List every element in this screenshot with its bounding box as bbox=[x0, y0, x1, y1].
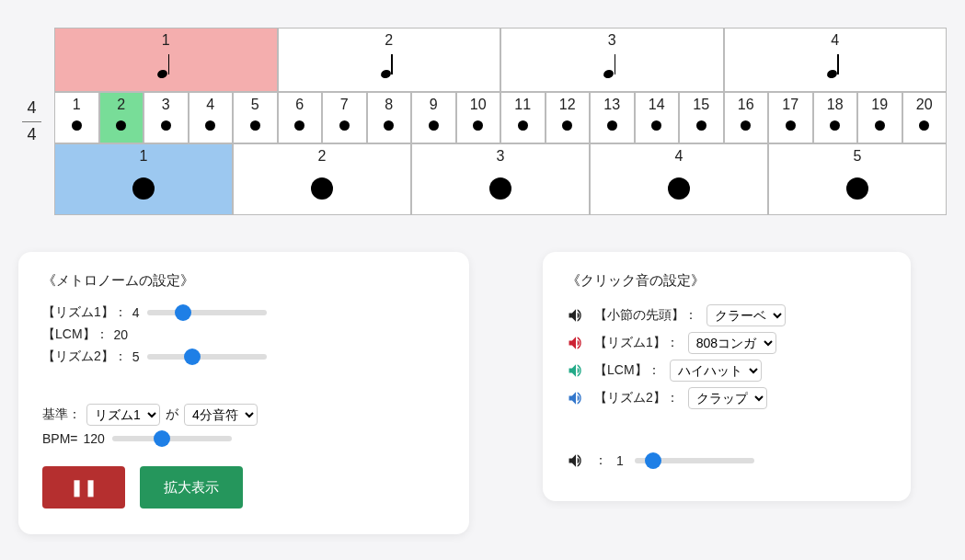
beat-cell[interactable]: 9 bbox=[411, 92, 456, 143]
beat-number: 19 bbox=[871, 97, 888, 113]
rhythm-grid: 4 4 1234 1234567891011121314151617181920… bbox=[18, 28, 947, 215]
beat-dot-icon bbox=[668, 177, 690, 200]
beat-cell[interactable]: 20 bbox=[902, 92, 948, 143]
beat-cell[interactable]: 1 bbox=[54, 92, 99, 143]
beat-cell[interactable]: 2 bbox=[233, 143, 411, 215]
beat-cell[interactable]: 13 bbox=[590, 92, 635, 143]
beat-number: 1 bbox=[73, 97, 81, 113]
beat-dot-icon bbox=[741, 120, 751, 131]
metronome-settings-panel: 《メトロノームの設定》 【リズム1】： 4 【LCM】： 20 【リズム2】： … bbox=[18, 252, 469, 534]
beat-number: 3 bbox=[162, 97, 170, 113]
beat-cell[interactable]: 5 bbox=[768, 143, 947, 215]
sound-select[interactable]: 808コンガ bbox=[688, 332, 776, 354]
beat-cell[interactable]: 6 bbox=[278, 92, 323, 143]
beat-cell[interactable]: 17 bbox=[768, 92, 813, 143]
beat-number: 9 bbox=[430, 97, 438, 113]
beat-cell[interactable]: 1 bbox=[54, 28, 278, 92]
sound-row: 【LCM】：ハイハット bbox=[567, 360, 887, 382]
beat-cell[interactable]: 5 bbox=[233, 92, 278, 143]
volume-slider[interactable] bbox=[635, 458, 754, 463]
beat-cell[interactable]: 4 bbox=[590, 143, 768, 215]
beat-cell[interactable]: 2 bbox=[99, 92, 144, 143]
sound-label: 【リズム1】： bbox=[594, 335, 679, 351]
sound-select[interactable]: ハイハット bbox=[670, 360, 762, 382]
beat-dot-icon bbox=[875, 120, 885, 131]
metronome-title: 《メトロノームの設定》 bbox=[42, 272, 445, 290]
beat-cell[interactable]: 18 bbox=[813, 92, 858, 143]
volume-value: 1 bbox=[616, 453, 624, 468]
rhythm1-label: 【リズム1】： bbox=[42, 304, 127, 321]
beat-number: 2 bbox=[385, 32, 393, 49]
sound-label: 【小節の先頭】： bbox=[594, 307, 697, 324]
beat-dot-icon bbox=[696, 120, 707, 131]
speaker-icon[interactable] bbox=[567, 361, 585, 380]
beat-cell[interactable]: 11 bbox=[500, 92, 546, 143]
beat-cell[interactable]: 4 bbox=[189, 92, 234, 143]
base-select[interactable]: リズム1 bbox=[86, 404, 160, 426]
speaker-icon[interactable] bbox=[567, 334, 585, 352]
beat-cell[interactable]: 3 bbox=[411, 143, 590, 215]
beat-dot-icon bbox=[72, 120, 82, 131]
rhythm1-slider[interactable] bbox=[147, 310, 267, 315]
beat-cell[interactable]: 1 bbox=[54, 143, 233, 215]
beat-dot-icon bbox=[846, 177, 868, 200]
beat-dot-icon bbox=[786, 120, 796, 131]
sound-row: 【リズム1】：808コンガ bbox=[567, 332, 887, 354]
beat-cell[interactable]: 10 bbox=[456, 92, 501, 143]
beat-number: 20 bbox=[916, 97, 933, 113]
rhythm1-value: 4 bbox=[132, 305, 140, 320]
rhythm2-value: 5 bbox=[132, 349, 140, 364]
beat-dot-icon bbox=[473, 120, 483, 131]
beat-number: 3 bbox=[497, 148, 505, 165]
rhythm2-label: 【リズム2】： bbox=[42, 349, 127, 365]
beat-dot-icon bbox=[562, 120, 572, 131]
beat-dot-icon bbox=[651, 120, 661, 131]
beat-number: 13 bbox=[603, 97, 620, 113]
beat-number: 2 bbox=[318, 148, 327, 165]
sound-select[interactable]: クラーベ bbox=[707, 304, 786, 326]
beat-cell[interactable]: 16 bbox=[724, 92, 769, 143]
quarter-note-icon bbox=[831, 54, 840, 78]
beat-number: 4 bbox=[831, 32, 839, 49]
beat-number: 16 bbox=[738, 97, 754, 113]
beat-cell[interactable]: 8 bbox=[367, 92, 412, 143]
beat-number: 10 bbox=[470, 97, 487, 113]
beat-number: 7 bbox=[340, 97, 349, 113]
time-signature: 4 4 bbox=[18, 98, 45, 144]
beat-dot-icon bbox=[384, 120, 394, 131]
expand-button[interactable]: 拡大表示 bbox=[140, 466, 243, 509]
sound-select[interactable]: クラップ bbox=[688, 387, 767, 409]
beat-row-2: 1234567891011121314151617181920 bbox=[54, 92, 947, 143]
speaker-icon[interactable] bbox=[567, 306, 585, 325]
sound-label: 【リズム2】： bbox=[594, 390, 679, 406]
beat-number: 2 bbox=[117, 97, 125, 113]
beat-dot-icon bbox=[919, 120, 929, 131]
pause-button[interactable]: ❚❚ bbox=[42, 466, 125, 509]
beat-cell[interactable]: 12 bbox=[546, 92, 591, 143]
beat-cell[interactable]: 15 bbox=[679, 92, 724, 143]
beat-dot-icon bbox=[518, 120, 528, 131]
bpm-slider[interactable] bbox=[112, 436, 232, 441]
beat-row-1: 1234 bbox=[54, 28, 947, 92]
sound-row: 【リズム2】：クラップ bbox=[567, 387, 887, 409]
rhythm2-slider[interactable] bbox=[147, 354, 267, 360]
beat-dot-icon bbox=[607, 120, 617, 131]
beat-number: 4 bbox=[206, 97, 214, 113]
beat-dot-icon bbox=[205, 120, 215, 131]
beat-dot-icon bbox=[250, 120, 260, 131]
bpm-label: BPM= bbox=[42, 431, 78, 446]
speaker-icon[interactable] bbox=[567, 389, 585, 407]
bpm-value: 120 bbox=[84, 431, 105, 446]
time-sig-top: 4 bbox=[18, 98, 45, 119]
beat-cell[interactable]: 3 bbox=[500, 28, 724, 92]
quarter-note-icon bbox=[385, 54, 394, 78]
beat-cell[interactable]: 4 bbox=[724, 28, 948, 92]
beat-number: 12 bbox=[559, 97, 576, 113]
beat-cell[interactable]: 14 bbox=[635, 92, 680, 143]
beat-cell[interactable]: 2 bbox=[278, 28, 501, 92]
beat-cell[interactable]: 3 bbox=[144, 92, 189, 143]
note-select[interactable]: 4分音符 bbox=[184, 404, 258, 426]
sound-settings-panel: 《クリック音の設定》 【小節の先頭】：クラーベ【リズム1】：808コンガ【LCM… bbox=[543, 252, 911, 501]
beat-cell[interactable]: 19 bbox=[857, 92, 902, 143]
beat-cell[interactable]: 7 bbox=[322, 92, 367, 143]
